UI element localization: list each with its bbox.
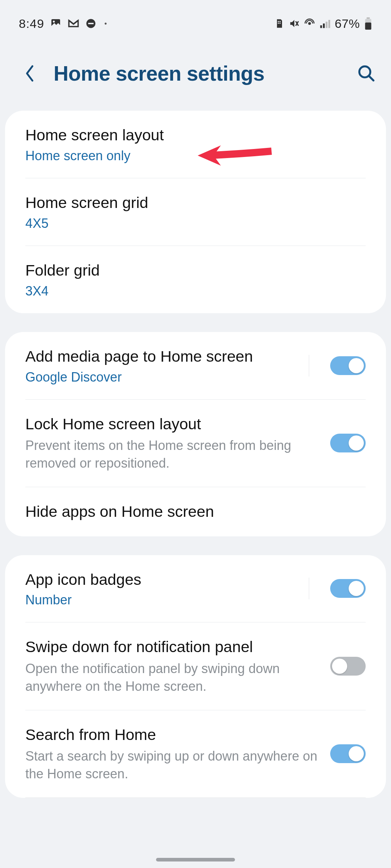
item-title: Folder grid bbox=[25, 260, 366, 281]
more-dot-icon: • bbox=[104, 20, 107, 28]
divider bbox=[25, 797, 366, 798]
item-subtitle: Number bbox=[25, 592, 298, 608]
item-folder-grid[interactable]: Folder grid 3X4 bbox=[5, 246, 386, 313]
page-header: Home screen settings bbox=[0, 36, 391, 111]
hotspot-icon bbox=[304, 18, 315, 29]
dnd-icon bbox=[85, 18, 96, 29]
item-title: Home screen layout bbox=[25, 125, 366, 145]
page-title: Home screen settings bbox=[54, 61, 356, 85]
toggle-lock-home-layout[interactable] bbox=[330, 434, 366, 452]
toggle-app-icon-badges[interactable] bbox=[330, 579, 366, 598]
battery-percent: 67% bbox=[335, 17, 360, 31]
svg-rect-5 bbox=[279, 21, 281, 22]
search-button[interactable] bbox=[356, 63, 377, 84]
signal-icon bbox=[319, 18, 330, 29]
toggle-add-media-page[interactable] bbox=[330, 356, 366, 375]
svg-point-10 bbox=[308, 22, 311, 25]
toggle-swipe-down-notification[interactable] bbox=[330, 657, 366, 676]
toggle-separator bbox=[309, 355, 366, 376]
settings-card-behavior: Add media page to Home screen Google Dis… bbox=[5, 332, 386, 536]
item-home-screen-layout[interactable]: Home screen layout Home screen only bbox=[5, 111, 386, 178]
svg-rect-13 bbox=[326, 22, 328, 28]
item-title: App icon badges bbox=[25, 570, 298, 590]
svg-rect-6 bbox=[278, 23, 279, 24]
item-swipe-down-notification[interactable]: Swipe down for notification panel Open t… bbox=[5, 622, 386, 710]
svg-rect-7 bbox=[279, 23, 281, 24]
item-title: Search from Home bbox=[25, 725, 319, 745]
item-title: Add media page to Home screen bbox=[25, 346, 298, 367]
item-lock-home-layout[interactable]: Lock Home screen layout Prevent items on… bbox=[5, 400, 386, 487]
item-description: Open the notification panel by swiping d… bbox=[25, 660, 319, 695]
search-icon bbox=[357, 64, 376, 83]
item-title: Hide apps on Home screen bbox=[25, 502, 366, 522]
svg-rect-17 bbox=[365, 22, 371, 30]
item-app-icon-badges[interactable]: App icon badges Number bbox=[5, 555, 386, 622]
settings-card-layout: Home screen layout Home screen only Home… bbox=[5, 111, 386, 313]
item-add-media-page[interactable]: Add media page to Home screen Google Dis… bbox=[5, 332, 386, 399]
item-subtitle: 4X5 bbox=[25, 216, 366, 231]
item-subtitle: 3X4 bbox=[25, 284, 366, 299]
svg-rect-4 bbox=[278, 21, 279, 22]
item-description: Prevent items on the Home screen from be… bbox=[25, 437, 319, 472]
svg-rect-12 bbox=[323, 24, 325, 28]
toggle-separator bbox=[309, 578, 366, 599]
chevron-left-icon bbox=[24, 64, 35, 83]
mute-icon bbox=[289, 18, 300, 29]
item-search-from-home[interactable]: Search from Home Start a search by swipi… bbox=[5, 710, 386, 797]
svg-rect-3 bbox=[88, 23, 94, 24]
svg-rect-15 bbox=[367, 17, 370, 19]
svg-rect-14 bbox=[328, 20, 330, 28]
sim-icon bbox=[274, 18, 285, 29]
back-button[interactable] bbox=[22, 63, 38, 84]
item-home-screen-grid[interactable]: Home screen grid 4X5 bbox=[5, 178, 386, 246]
item-description: Start a search by swiping up or down any… bbox=[25, 748, 319, 783]
settings-card-misc: App icon badges Number Swipe down for no… bbox=[5, 555, 386, 798]
status-left: 8:49 • bbox=[19, 17, 107, 31]
item-subtitle: Home screen only bbox=[25, 148, 366, 163]
item-title: Home screen grid bbox=[25, 193, 366, 213]
svg-point-1 bbox=[53, 21, 55, 22]
image-icon bbox=[50, 18, 62, 29]
gesture-handle[interactable] bbox=[156, 858, 235, 861]
svg-line-19 bbox=[369, 76, 374, 81]
toggle-search-from-home[interactable] bbox=[330, 744, 366, 763]
gmail-icon bbox=[67, 17, 80, 30]
item-title: Lock Home screen layout bbox=[25, 414, 319, 434]
svg-rect-11 bbox=[320, 25, 322, 28]
item-subtitle: Google Discover bbox=[25, 370, 298, 385]
item-hide-apps[interactable]: Hide apps on Home screen bbox=[5, 487, 386, 536]
item-title: Swipe down for notification panel bbox=[25, 637, 319, 657]
status-right: 67% bbox=[274, 17, 372, 31]
battery-icon bbox=[364, 17, 372, 30]
status-time: 8:49 bbox=[19, 17, 44, 31]
status-bar: 8:49 • 67% bbox=[0, 0, 391, 36]
